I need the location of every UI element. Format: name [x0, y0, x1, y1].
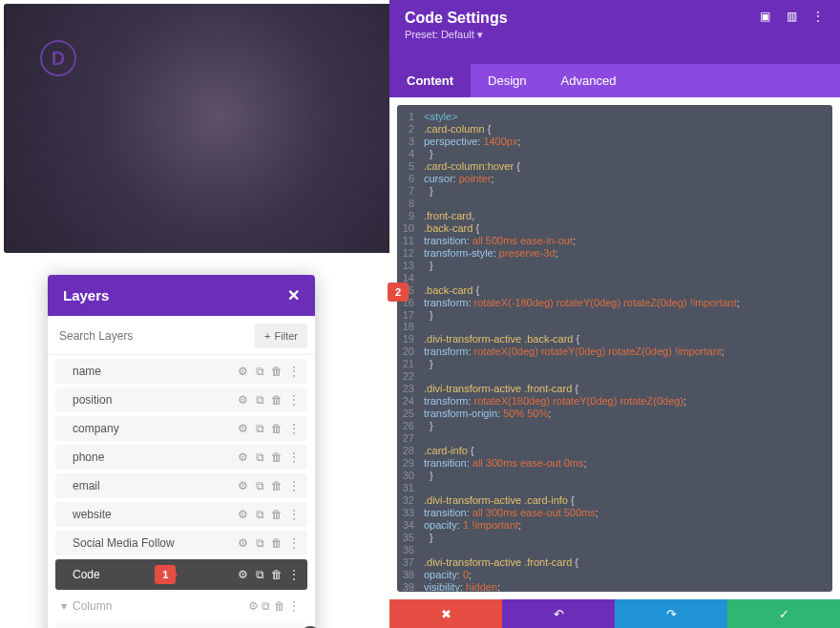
duplicate-icon[interactable]: ⧉ [254, 423, 265, 434]
layer-label: website [73, 508, 112, 521]
devices-icon[interactable]: ▥ [785, 10, 798, 23]
code-line: 8 [397, 198, 832, 210]
chevron-down-icon: ▾ [477, 29, 483, 40]
tab-design[interactable]: Design [471, 64, 543, 97]
layer-row-name[interactable]: name⚙⧉🗑⋮ [55, 359, 307, 384]
more-icon[interactable]: ⋮ [288, 537, 300, 549]
layer-label: position [73, 393, 112, 407]
gear-icon[interactable]: ⚙ [237, 569, 248, 580]
duplicate-icon[interactable]: ⧉ [254, 394, 265, 406]
code-line: 37.divi-transform-active .front-card { [397, 556, 832, 569]
close-icon[interactable]: ✕ [287, 286, 300, 304]
layers-search-row: + Filter [48, 316, 315, 355]
trash-icon[interactable]: 🗑 [274, 599, 285, 613]
code-line: 22 [397, 370, 832, 383]
layers-title: Layers [63, 287, 109, 304]
gear-icon[interactable]: ⚙ [237, 480, 248, 492]
duplicate-icon[interactable]: ⧉ [254, 366, 265, 377]
layer-row-position[interactable]: position⚙⧉🗑⋮ [55, 387, 307, 412]
layer-label: Social Media Follow [73, 536, 175, 550]
code-line: 16 transform: rotateX(-180deg) rotateY(0… [397, 297, 832, 309]
code-line: 25 transform-origin: 50% 50%; [397, 408, 832, 420]
duplicate-icon[interactable]: ⧉ [262, 599, 270, 613]
add-module-button[interactable]: Add New Module [55, 622, 307, 628]
code-line: 11 transition: all 500ms ease-in-out; [397, 235, 832, 247]
more-icon[interactable]: ⋮ [288, 394, 300, 406]
code-line: 28.card-info { [397, 445, 832, 457]
redo-button[interactable]: ↷ [615, 599, 727, 628]
trash-icon[interactable]: 🗑 [271, 451, 283, 463]
code-settings-header: Code Settings Preset: Default ▾ ▣ ▥ ⋮ [389, 0, 840, 64]
code-line: 38 opacity: 0; [397, 569, 832, 581]
gear-icon[interactable]: ⚙ [237, 537, 248, 549]
code-line: 33 transition: all 300ms ease-out 500ms; [397, 507, 832, 519]
code-line: 1<style> [397, 111, 832, 123]
footer-actions: ✖ ↶ ↷ ✓ [389, 599, 840, 628]
layer-row-social-media-follow[interactable]: Social Media Follow⚙⧉🗑⋮ [55, 531, 307, 555]
layer-row-email[interactable]: email⚙⧉🗑⋮ [55, 473, 307, 498]
more-icon[interactable]: ⋮ [288, 599, 300, 613]
gear-icon[interactable]: ⚙ [237, 366, 248, 377]
tab-content[interactable]: Content [389, 64, 471, 97]
tab-advanced[interactable]: Advanced [544, 64, 634, 97]
more-icon[interactable]: ⋮ [288, 509, 300, 520]
callout-badge-2: 2 [388, 283, 409, 302]
code-editor[interactable]: 1<style>2.card-column {3 perspective: 14… [397, 105, 832, 592]
layer-label: company [73, 422, 119, 435]
gear-icon[interactable]: ⚙ [248, 599, 259, 613]
filter-button[interactable]: + Filter [255, 324, 307, 348]
trash-icon[interactable]: 🗑 [271, 509, 283, 520]
layer-row-company[interactable]: company⚙⧉🗑⋮ [55, 416, 307, 441]
trash-icon[interactable]: 🗑 [271, 423, 283, 434]
filter-label: Filter [275, 330, 298, 342]
code-line: 30 } [397, 470, 832, 482]
gear-icon[interactable]: ⚙ [237, 451, 248, 463]
more-icon[interactable]: ⋮ [288, 366, 300, 377]
duplicate-icon[interactable]: ⧉ [254, 569, 265, 580]
trash-icon[interactable]: 🗑 [271, 394, 283, 406]
layer-row-code[interactable]: Code1⚙⧉🗑⋮ [55, 559, 307, 590]
code-line: 26 } [397, 420, 832, 432]
code-line: 4 } [397, 148, 832, 160]
trash-icon[interactable]: 🗑 [271, 366, 283, 377]
more-icon[interactable]: ⋮ [288, 451, 300, 463]
layer-label: name [73, 365, 101, 378]
save-button[interactable]: ✓ [727, 599, 840, 628]
code-settings-title: Code Settings [405, 10, 508, 27]
code-line: 6 cursor: pointer; [397, 173, 832, 185]
preset-selector[interactable]: Preset: Default ▾ [405, 29, 508, 41]
duplicate-icon[interactable]: ⧉ [254, 480, 265, 492]
column-row[interactable]: ▾Column ⚙ ⧉ 🗑 ⋮ [55, 594, 307, 618]
undo-button[interactable]: ↶ [502, 599, 615, 628]
more-icon[interactable]: ⋮ [288, 480, 300, 492]
duplicate-icon[interactable]: ⧉ [254, 537, 265, 549]
search-input[interactable] [55, 324, 249, 348]
divi-logo-icon: D [40, 40, 76, 76]
duplicate-icon[interactable]: ⧉ [254, 509, 265, 520]
undo-icon: ↶ [554, 607, 564, 621]
gear-icon[interactable]: ⚙ [237, 423, 248, 434]
editor-wrapper: 1<style>2.card-column {3 perspective: 14… [389, 97, 840, 599]
layer-label: Code [73, 568, 100, 581]
gear-icon[interactable]: ⚙ [237, 509, 248, 520]
layer-row-phone[interactable]: phone⚙⧉🗑⋮ [55, 445, 307, 470]
trash-icon[interactable]: 🗑 [271, 569, 283, 580]
layer-label: email [73, 479, 100, 492]
more-icon[interactable]: ⋮ [811, 10, 825, 23]
code-line: 19.divi-transform-active .back-card { [397, 333, 832, 345]
code-line: 12 transform-style: preserve-3d; [397, 247, 832, 260]
trash-icon[interactable]: 🗑 [271, 480, 283, 492]
duplicate-icon[interactable]: ⧉ [254, 451, 265, 463]
code-line: 35 } [397, 532, 832, 544]
trash-icon[interactable]: 🗑 [271, 537, 283, 549]
code-line: 20 transform: rotateX(0deg) rotateY(0deg… [397, 345, 832, 358]
more-icon[interactable]: ⋮ [288, 569, 300, 580]
layer-label: phone [73, 450, 104, 464]
layer-row-website[interactable]: website⚙⧉🗑⋮ [55, 502, 307, 527]
more-icon[interactable]: ⋮ [288, 423, 300, 434]
redo-icon: ↷ [666, 607, 677, 621]
cancel-button[interactable]: ✖ [389, 599, 502, 628]
gear-icon[interactable]: ⚙ [237, 394, 248, 406]
column-label: Column [73, 599, 112, 613]
focus-icon[interactable]: ▣ [758, 10, 771, 23]
